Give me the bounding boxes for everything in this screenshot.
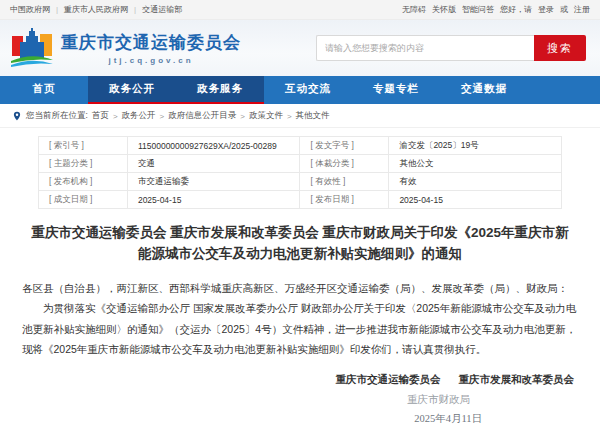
meta-label-topic: [ 主题分类 ] (39, 155, 128, 173)
signer-line: 重庆市交通运输委员会重庆市发展和改革委员会 (0, 373, 574, 387)
page-title: 重庆市交通运输委员会 重庆市发展和改革委员会 重庆市财政局关于印发《2025年重… (28, 223, 572, 265)
register-link[interactable]: 注册 (574, 4, 590, 15)
meta-label-validity: [ 有效性 ] (300, 173, 389, 191)
nav-item-interaction[interactable]: 互动交流 (264, 76, 352, 104)
breadcrumb-separator: > (160, 112, 165, 121)
table-row: [ 发布机构 ] 市交通运输委 [ 有效性 ] 有效 (39, 173, 562, 191)
care-version-link[interactable]: 关怀版 (432, 4, 456, 15)
meta-label-genre: [ 体裁分类 ] (300, 155, 389, 173)
signer-finance-bureau: 重庆市财政局 (0, 393, 574, 407)
nav-item-special-topics[interactable]: 专题专栏 (352, 76, 440, 104)
greeting-text: 您好，请 (500, 4, 532, 15)
main-nav: 首页 政务公开 政务服务 互动交流 专题专栏 交通数据 (0, 76, 600, 104)
document-body: 各区县（自治县），两江新区、西部科学城重庆高新区、万盛经开区交通运输委（局）、发… (22, 278, 578, 360)
agency-logo-icon (10, 28, 54, 68)
meta-value-written-date: 2025-04-15 (127, 191, 300, 209)
signature-block: 重庆市交通运输委员会重庆市发展和改革委员会 重庆市财政局 2025年4月11日 (0, 373, 600, 426)
nav-item-traffic-data[interactable]: 交通数据 (440, 76, 528, 104)
link-mot[interactable]: 交通运输部 (142, 4, 182, 15)
search-button[interactable]: 搜索 (534, 35, 586, 61)
signer-ndrc: 重庆市发展和改革委员会 (459, 373, 575, 385)
meta-label-publisher: [ 发布机构 ] (39, 173, 128, 191)
breadcrumb-separator: > (240, 112, 245, 121)
breadcrumb-info-directory[interactable]: 政府信息公开目录 (168, 110, 236, 122)
accessibility-link[interactable]: 无障碍 (402, 4, 426, 15)
meta-label-publish-date: [ 发布日期 ] (300, 191, 389, 209)
table-row: [ 主题分类 ] 交通 [ 体裁分类 ] 其他公文 (39, 155, 562, 173)
meta-value-topic: 交通 (127, 155, 300, 173)
signer-transport-commission: 重庆市交通运输委员会 (336, 373, 441, 385)
breadcrumb-other-files[interactable]: 其他文件 (296, 110, 330, 122)
search-input[interactable] (316, 35, 534, 61)
smart-qa-link[interactable]: 智能问答 (462, 4, 494, 15)
meta-value-genre: 其他公文 (389, 155, 562, 173)
search-box: 搜索 (316, 35, 586, 61)
divider: | (56, 5, 58, 14)
breadcrumb-gov-affairs[interactable]: 政务公开 (122, 110, 156, 122)
main-paragraph: 为贯彻落实《交通运输部办公厅 国家发展改革委办公厅 财政部办公厅关于印发〈202… (22, 298, 578, 359)
doc-meta-section: [ 索引号 ] 11500000000927629XA/2025-00289 [… (0, 128, 600, 209)
site-header: 重庆市交通运输委员会 jtj.cq.gov.cn 搜索 (0, 20, 600, 76)
meta-value-publisher: 市交通运输委 (127, 173, 300, 191)
meta-value-validity: 有效 (389, 173, 562, 191)
login-link[interactable]: 登录 (538, 4, 554, 15)
nav-item-gov-services[interactable]: 政务服务 (176, 76, 264, 104)
site-url: jtj.cq.gov.cn (108, 56, 193, 65)
doc-meta-table: [ 索引号 ] 11500000000927629XA/2025-00289 [… (38, 136, 562, 209)
table-row: [ 索引号 ] 11500000000927629XA/2025-00289 [… (39, 137, 562, 155)
link-china-gov[interactable]: 中国政府网 (10, 4, 50, 15)
user-links-group: 无障碍 关怀版 智能问答 您好，请 登录 或 注册 (402, 4, 590, 15)
nav-item-home[interactable]: 首页 (0, 76, 88, 104)
document-date: 2025年4月11日 (0, 412, 574, 426)
meta-label-written-date: [ 成文日期 ] (39, 191, 128, 209)
location-icon (12, 111, 22, 121)
meta-value-publish-date: 2025-04-15 (389, 191, 562, 209)
nav-item-gov-affairs[interactable]: 政务公开 (88, 76, 176, 104)
top-utility-bar: 中国政府网 | 重庆市人民政府网 | 交通运输部 无障碍 关怀版 智能问答 您好… (0, 0, 600, 20)
divider: | (134, 5, 136, 14)
breadcrumb-policy-files[interactable]: 政策文件 (249, 110, 283, 122)
meta-label-doc-no: [ 发文字号 ] (300, 137, 389, 155)
site-title: 重庆市交通运输委员会 (61, 31, 241, 54)
meta-value-doc-no: 渝交发〔2025〕19号 (389, 137, 562, 155)
meta-label-index-no: [ 索引号 ] (39, 137, 128, 155)
breadcrumb: 您当前所在位置: 首页 > 政务公开 > 政府信息公开目录 > 政策文件 > 其… (0, 104, 600, 128)
table-row: [ 成文日期 ] 2025-04-15 [ 发布日期 ] 2025-04-15 (39, 191, 562, 209)
site-brand[interactable]: 重庆市交通运输委员会 jtj.cq.gov.cn (10, 28, 241, 68)
breadcrumb-home[interactable]: 首页 (92, 110, 109, 122)
breadcrumb-prefix: 您当前所在位置: (26, 110, 88, 122)
gov-links-group: 中国政府网 | 重庆市人民政府网 | 交通运输部 (10, 4, 182, 15)
link-cq-gov[interactable]: 重庆市人民政府网 (64, 4, 128, 15)
addressee-paragraph: 各区县（自治县），两江新区、西部科学城重庆高新区、万盛经开区交通运输委（局）、发… (22, 278, 578, 298)
breadcrumb-separator: > (287, 112, 292, 121)
or-text: 或 (560, 4, 568, 15)
breadcrumb-separator: > (113, 112, 118, 121)
meta-value-index-no: 11500000000927629XA/2025-00289 (127, 137, 300, 155)
site-title-block: 重庆市交通运输委员会 jtj.cq.gov.cn (61, 31, 241, 65)
